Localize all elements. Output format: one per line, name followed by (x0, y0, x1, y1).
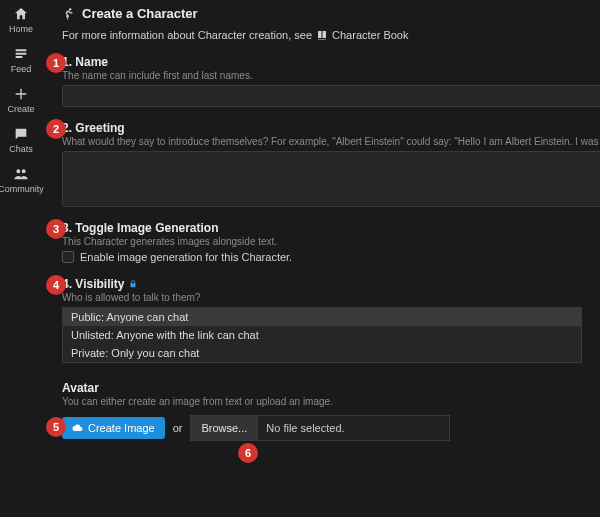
sidebar-item-label: Chats (9, 144, 33, 154)
sidebar-item-label: Community (0, 184, 44, 194)
step-badge-3: 3 (46, 219, 66, 239)
section-heading-text: 4. Visibility (62, 277, 124, 291)
sidebar-item-label: Create (7, 104, 34, 114)
info-text: For more information about Character cre… (62, 29, 312, 41)
community-icon (13, 166, 29, 182)
section-sub: The name can include first and last name… (62, 70, 600, 81)
checkbox-label: Enable image generation for this Charact… (80, 251, 292, 263)
character-book-link[interactable]: Character Book (332, 29, 408, 41)
step-badge-6: 6 (238, 443, 258, 463)
sidebar: Home Feed Create Chats Community (0, 0, 42, 517)
main-content: Create a Character For more information … (42, 0, 600, 517)
name-input[interactable] (62, 85, 600, 107)
sidebar-item-community[interactable]: Community (0, 166, 44, 194)
feed-icon (13, 46, 29, 62)
sidebar-item-label: Feed (11, 64, 32, 74)
section-avatar: Avatar You can either create an image fr… (62, 381, 600, 441)
svg-point-0 (69, 8, 71, 10)
create-image-label: Create Image (88, 422, 155, 434)
section-heading: 3. Toggle Image Generation (62, 221, 600, 235)
cloud-icon (72, 422, 84, 434)
plus-icon (13, 86, 29, 102)
visibility-option-public[interactable]: Public: Anyone can chat (63, 308, 581, 326)
page-title: Create a Character (62, 6, 600, 21)
step-badge-5: 5 (46, 417, 66, 437)
lock-icon (128, 279, 138, 289)
visibility-select[interactable]: Public: Anyone can chat Unlisted: Anyone… (62, 307, 582, 363)
step-badge-2: 2 (46, 119, 66, 139)
section-sub: You can either create an image from text… (62, 396, 600, 407)
book-icon (316, 29, 328, 41)
section-heading: Avatar (62, 381, 600, 395)
or-text: or (173, 422, 183, 434)
section-toggle-image: 3 3. Toggle Image Generation This Charac… (62, 221, 600, 263)
visibility-option-unlisted[interactable]: Unlisted: Anyone with the link can chat (63, 326, 581, 344)
step-badge-4: 4 (46, 275, 66, 295)
file-picker: Browse... No file selected. (190, 415, 450, 441)
file-status: No file selected. (258, 416, 449, 440)
section-heading: 1. Name (62, 55, 600, 69)
step-badge-1: 1 (46, 53, 66, 73)
section-sub: What would they say to introduce themsel… (62, 136, 600, 147)
home-icon (13, 6, 29, 22)
sidebar-item-feed[interactable]: Feed (11, 46, 32, 74)
person-run-icon (62, 7, 76, 21)
create-image-button[interactable]: Create Image (62, 417, 165, 439)
browse-button[interactable]: Browse... (191, 416, 258, 440)
sidebar-item-label: Home (9, 24, 33, 34)
enable-image-row: Enable image generation for this Charact… (62, 251, 600, 263)
page-title-text: Create a Character (82, 6, 198, 21)
section-visibility: 4 4. Visibility Who is allowed to talk t… (62, 277, 600, 363)
section-name: 1 1. Name The name can include first and… (62, 55, 600, 107)
chat-icon (13, 126, 29, 142)
visibility-option-private[interactable]: Private: Only you can chat (63, 344, 581, 362)
sidebar-item-chats[interactable]: Chats (9, 126, 33, 154)
info-line: For more information about Character cre… (62, 29, 600, 41)
greeting-textarea[interactable] (62, 151, 600, 207)
section-heading: 2. Greeting (62, 121, 600, 135)
section-greeting: 2 2. Greeting What would they say to int… (62, 121, 600, 207)
section-sub: This Character generates images alongsid… (62, 236, 600, 247)
section-heading: 4. Visibility (62, 277, 600, 291)
sidebar-item-home[interactable]: Home (9, 6, 33, 34)
enable-image-checkbox[interactable] (62, 251, 74, 263)
sidebar-item-create[interactable]: Create (7, 86, 34, 114)
section-sub: Who is allowed to talk to them? (62, 292, 600, 303)
avatar-controls: 5 Create Image or Browse... No file sele… (62, 415, 600, 441)
